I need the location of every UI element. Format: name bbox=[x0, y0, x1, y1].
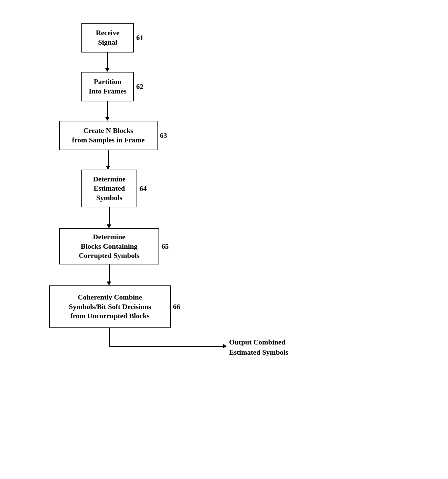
arrowhead-66-output bbox=[223, 344, 227, 348]
arrowhead-64-65 bbox=[107, 224, 111, 228]
arrow-64-65 bbox=[109, 207, 110, 225]
flowchart-diagram: ReceiveSignal 61 PartitionInto Frames 62… bbox=[33, 13, 295, 466]
arrow-61-62 bbox=[107, 52, 108, 69]
label-66: 66 bbox=[173, 302, 180, 311]
arrow-65-66 bbox=[109, 264, 110, 282]
box-determine-blocks-label: DetermineBlocks ContainingCorrupted Symb… bbox=[79, 232, 139, 260]
box-create-n-blocks-label: Create N Blocksfrom Samples in Frame bbox=[72, 126, 144, 145]
box-receive-signal: ReceiveSignal bbox=[81, 23, 134, 52]
box-create-n-blocks: Create N Blocksfrom Samples in Frame bbox=[59, 121, 158, 150]
label-62: 62 bbox=[136, 82, 143, 91]
output-text-content: Output CombinedEstimated Symbols bbox=[229, 338, 288, 356]
box-determine-estimated-label: DetermineEstimatedSymbols bbox=[93, 175, 126, 203]
box-determine-blocks: DetermineBlocks ContainingCorrupted Symb… bbox=[59, 228, 159, 264]
arrow-66-down bbox=[109, 328, 110, 346]
arrowhead-62-63 bbox=[105, 117, 110, 121]
arrow-62-63 bbox=[107, 101, 108, 118]
arrowhead-61-62 bbox=[105, 68, 110, 72]
box-determine-estimated: DetermineEstimatedSymbols bbox=[81, 170, 137, 207]
box-receive-signal-label: ReceiveSignal bbox=[96, 28, 119, 47]
output-label: Output CombinedEstimated Symbols bbox=[229, 337, 288, 358]
arrow-63-64 bbox=[108, 150, 109, 167]
label-63: 63 bbox=[160, 131, 167, 140]
arrowhead-65-66 bbox=[107, 281, 111, 285]
box-coherently-combine: Coherently CombineSymbols/Bit Soft Decis… bbox=[49, 285, 171, 328]
box-partition-frames-label: PartitionInto Frames bbox=[89, 77, 126, 96]
arrowhead-63-64 bbox=[106, 166, 110, 170]
arrow-66-right bbox=[109, 346, 224, 347]
box-partition-frames: PartitionInto Frames bbox=[81, 72, 134, 101]
label-64: 64 bbox=[139, 184, 147, 193]
label-65: 65 bbox=[161, 242, 169, 251]
box-coherently-combine-label: Coherently CombineSymbols/Bit Soft Decis… bbox=[69, 293, 151, 321]
label-61: 61 bbox=[136, 33, 143, 42]
